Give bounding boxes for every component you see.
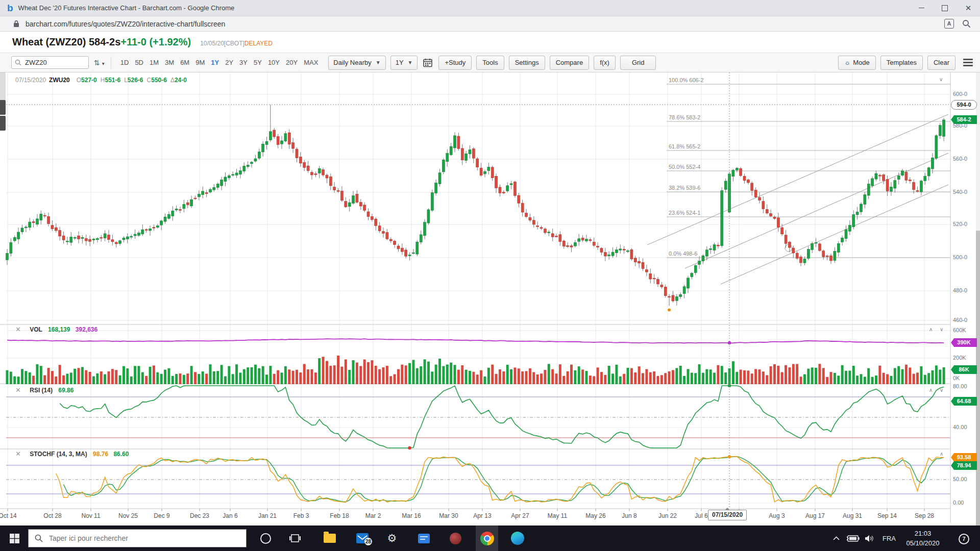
- language-indicator[interactable]: FRA: [879, 525, 899, 551]
- edge-icon[interactable]: [507, 525, 528, 551]
- calendar-icon[interactable]: [423, 58, 432, 67]
- tool-buttons: +StudyToolsSettingsComparef(x)Grid: [438, 56, 660, 70]
- date-axis-label: Apr 13: [467, 512, 498, 519]
- quote-change: +11-0 (+1.92%): [120, 36, 191, 48]
- range-6m[interactable]: 6M: [180, 59, 189, 66]
- app-round-icon[interactable]: [446, 525, 464, 551]
- legend-C: C: [147, 77, 152, 84]
- drawing-tools-tab[interactable]: [0, 116, 6, 131]
- speaker-icon[interactable]: [862, 525, 878, 551]
- tray-time: 21:03: [901, 529, 945, 538]
- fib-level-label: 38.2% 539-6: [669, 185, 700, 191]
- axis-tick-label: 520-0: [953, 221, 967, 227]
- range-10y[interactable]: 10Y: [268, 59, 280, 66]
- window-title: Wheat Dec '20 Futures Interactive Chart …: [18, 4, 235, 12]
- range-1m[interactable]: 1M: [150, 59, 159, 66]
- settings-gear-icon[interactable]: ⚙: [383, 525, 401, 551]
- range-3y[interactable]: 3Y: [239, 59, 248, 66]
- chevron-down-icon[interactable]: ∨: [940, 327, 943, 332]
- f-x--button[interactable]: f(x): [594, 56, 616, 70]
- battery-icon[interactable]: [844, 525, 862, 551]
- legend-L: L: [124, 77, 128, 84]
- browser-url-bar[interactable]: barchart.com/futures/quotes/ZWZ20/intera…: [0, 16, 980, 32]
- rsi-panel-header: ✕ RSI (14) 69.86: [15, 386, 74, 394]
- range-3m[interactable]: 3M: [165, 59, 174, 66]
- date-axis-label: Jan 21: [252, 512, 283, 519]
- date-axis-label: Sep 14: [871, 512, 903, 519]
- mode-button[interactable]: ☼Mode: [838, 56, 875, 70]
- legend-Δ-value: 24-0: [175, 77, 187, 84]
- close-button[interactable]: ✕: [957, 0, 980, 16]
- taskbar-search-input[interactable]: [48, 534, 234, 543]
- tray-expand-chevron-icon[interactable]: [829, 525, 843, 551]
- taskbar-clock[interactable]: 21:03 05/10/2020: [901, 529, 945, 548]
- task-view-icon[interactable]: [286, 525, 304, 551]
- settings-button[interactable]: Settings: [509, 56, 545, 70]
- symbol-type-icon[interactable]: ⇅▾: [94, 59, 105, 67]
- scrollbar-thumb[interactable]: [976, 231, 980, 525]
- close-icon[interactable]: ✕: [15, 450, 21, 458]
- drawing-tools-tab[interactable]: [0, 100, 6, 115]
- frequency-select[interactable]: Daily Nearby▼: [328, 56, 385, 70]
- axis-tick-label: 200K: [953, 355, 966, 361]
- quote-title: Wheat (ZWZ20) 584-2s: [12, 36, 120, 48]
- taskbar-search[interactable]: [28, 529, 247, 547]
- volume-label: VOL: [30, 326, 42, 333]
- -study-button[interactable]: +Study: [438, 56, 472, 70]
- zoom-icon[interactable]: [962, 19, 971, 28]
- range-9m[interactable]: 9M: [195, 59, 205, 66]
- axis-value-badge: 93.58: [951, 453, 977, 462]
- maximize-button[interactable]: [933, 0, 957, 16]
- start-button[interactable]: [4, 525, 24, 551]
- minimize-button[interactable]: [910, 0, 933, 16]
- toolbar-separator: [111, 57, 111, 69]
- browser-title-bar: b Wheat Dec '20 Futures Interactive Char…: [0, 0, 980, 16]
- range-max[interactable]: MAX: [304, 59, 318, 66]
- close-icon[interactable]: ✕: [15, 325, 21, 333]
- legend-date: 07/15/2020: [15, 77, 46, 84]
- tray-date: 05/10/2020: [901, 538, 945, 548]
- templates-button[interactable]: Templates: [880, 56, 923, 70]
- range-1y[interactable]: 1Y: [211, 59, 219, 66]
- chart-toolbar: ⇅▾ 1D5D1M3M6M9M1Y2Y3Y5Y10Y20YMAX Daily N…: [0, 53, 980, 72]
- chevron-up-icon[interactable]: ∧: [940, 451, 943, 457]
- cortana-icon[interactable]: [256, 525, 275, 551]
- date-axis-label: Oct 14: [0, 512, 23, 519]
- axis-value-badge: 584-2: [951, 115, 977, 124]
- url-text[interactable]: barchart.com/futures/quotes/ZWZ20/intera…: [26, 20, 225, 28]
- axis-tick-label: 40.00: [953, 424, 967, 430]
- rsi-value: 69.86: [58, 387, 74, 394]
- range-5y[interactable]: 5Y: [254, 59, 262, 66]
- range-2y[interactable]: 2Y: [225, 59, 233, 66]
- close-icon[interactable]: ✕: [15, 386, 21, 394]
- app-card-icon[interactable]: [414, 525, 433, 551]
- mail-badge: 28: [364, 538, 372, 545]
- translate-icon[interactable]: A: [944, 19, 954, 29]
- clear-button[interactable]: Clear: [927, 56, 955, 70]
- symbol-input[interactable]: [24, 58, 82, 67]
- desktop-screen: b Wheat Dec '20 Futures Interactive Char…: [0, 0, 980, 551]
- period-select[interactable]: 1Y▼: [390, 56, 418, 70]
- fib-level-label: 23.6% 524-1: [669, 210, 700, 216]
- chrome-icon[interactable]: [476, 525, 498, 551]
- range-5d[interactable]: 5D: [135, 59, 143, 66]
- grid-button[interactable]: Grid: [620, 56, 656, 70]
- menu-icon[interactable]: [963, 57, 973, 68]
- tools-button[interactable]: Tools: [476, 56, 504, 70]
- axis-tick-label: 600-0: [953, 91, 967, 97]
- symbol-search[interactable]: [11, 56, 89, 69]
- chevron-down-icon[interactable]: ∨: [939, 77, 943, 82]
- range-20y[interactable]: 20Y: [286, 59, 298, 66]
- mail-icon[interactable]: 28: [353, 525, 372, 551]
- range-1d[interactable]: 1D: [120, 59, 129, 66]
- compare-button[interactable]: Compare: [550, 56, 589, 70]
- quote-delayed-badge: DELAYED: [244, 40, 273, 47]
- chevron-up-icon[interactable]: ∧: [929, 387, 933, 393]
- chevron-down-icon: ▼: [408, 60, 413, 65]
- date-axis-label: Aug 3: [761, 512, 793, 519]
- chevron-down-icon[interactable]: ∨: [940, 387, 943, 393]
- barchart-favicon: b: [7, 1, 13, 16]
- file-explorer-icon[interactable]: [321, 525, 339, 551]
- chevron-up-icon[interactable]: ∧: [929, 327, 933, 332]
- date-axis-label: Apr 27: [504, 512, 536, 519]
